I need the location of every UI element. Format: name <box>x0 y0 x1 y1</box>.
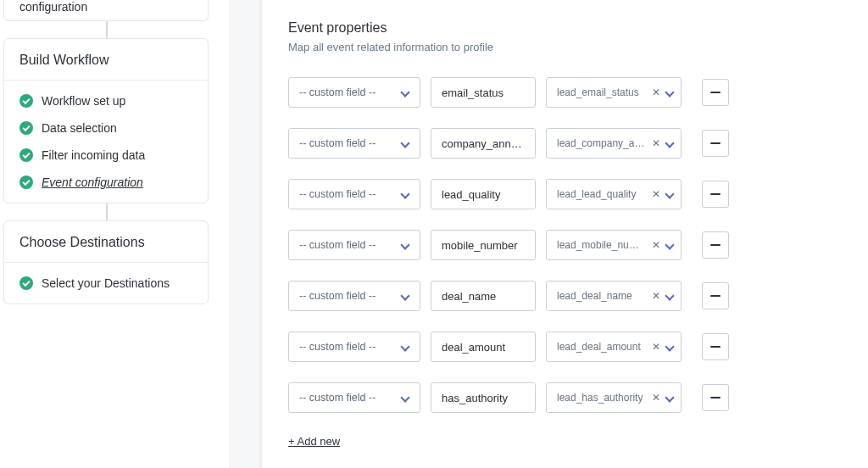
chevron-down-icon <box>665 393 674 402</box>
custom-field-select[interactable]: -- custom field -- <box>288 230 420 260</box>
mapping-row: -- custom field -- lead_deal_name ✕ <box>288 281 851 311</box>
remove-row-button[interactable] <box>702 181 729 208</box>
clear-icon[interactable]: ✕ <box>652 189 660 199</box>
target-field-select[interactable]: lead_email_status ✕ <box>546 77 682 108</box>
value-input[interactable] <box>431 382 536 413</box>
step-select-destinations[interactable]: Select your Destinations <box>4 270 208 297</box>
clear-icon[interactable]: ✕ <box>652 240 660 250</box>
value-input[interactable] <box>431 128 536 159</box>
custom-field-label: -- custom field -- <box>299 86 376 98</box>
value-input[interactable] <box>431 281 536 311</box>
chevron-down-icon <box>401 241 409 249</box>
chevron-down-icon <box>401 88 409 97</box>
custom-field-select[interactable]: -- custom field -- <box>288 332 420 362</box>
custom-field-label: -- custom field -- <box>299 239 376 251</box>
chevron-down-icon <box>401 190 409 198</box>
destinations-steps: Select your Destinations <box>4 263 208 304</box>
custom-field-label: -- custom field -- <box>299 188 376 200</box>
remove-row-button[interactable] <box>702 231 729 259</box>
target-field-label: lead_mobile_number <box>557 239 647 251</box>
target-field-select[interactable]: lead_deal_name ✕ <box>546 281 682 311</box>
target-field-select[interactable]: lead_mobile_number ✕ <box>546 230 682 260</box>
remove-row-button[interactable] <box>702 130 729 157</box>
chevron-down-icon <box>401 139 409 148</box>
connector-line <box>106 203 108 220</box>
minus-icon <box>710 346 721 348</box>
step-workflow-setup[interactable]: Workflow set up <box>4 87 208 114</box>
custom-field-label: -- custom field -- <box>299 392 376 404</box>
minus-icon <box>710 193 721 196</box>
remove-row-button[interactable] <box>702 384 729 411</box>
section-subtitle: Map all event related information to pro… <box>288 41 851 53</box>
step-event-configuration[interactable]: Event configuration <box>4 169 208 196</box>
section-title: Event properties <box>288 20 851 36</box>
remove-row-button[interactable] <box>702 79 729 106</box>
chevron-down-icon <box>665 241 674 249</box>
sidebar-card-previous: configuration <box>3 0 209 21</box>
minus-icon <box>710 295 721 298</box>
step-label: Data selection <box>42 121 117 135</box>
build-workflow-title: Build Workflow <box>4 39 208 81</box>
clear-icon[interactable]: ✕ <box>652 342 660 352</box>
chevron-down-icon <box>665 88 674 97</box>
step-filter-incoming[interactable]: Filter incoming data <box>4 142 208 169</box>
mapping-row: -- custom field -- lead_deal_amount ✕ <box>288 332 851 362</box>
minus-icon <box>710 142 721 145</box>
chevron-down-icon <box>665 139 674 148</box>
minus-icon <box>710 92 721 94</box>
target-field-select[interactable]: lead_lead_quality ✕ <box>546 179 682 209</box>
clear-icon[interactable]: ✕ <box>652 87 660 98</box>
side-divider <box>259 0 263 468</box>
sidebar-card-destinations: Choose Destinations Select your Destinat… <box>3 220 209 304</box>
step-data-selection[interactable]: Data selection <box>4 114 208 142</box>
check-icon <box>19 276 33 290</box>
mapping-rows: -- custom field -- lead_email_status ✕ -… <box>288 77 851 413</box>
chevron-down-icon <box>665 343 674 351</box>
build-workflow-steps: Workflow set up Data selection Filter in… <box>4 81 208 203</box>
custom-field-select[interactable]: -- custom field -- <box>288 128 420 159</box>
custom-field-select[interactable]: -- custom field -- <box>288 77 420 108</box>
check-icon <box>19 121 33 135</box>
clear-icon[interactable]: ✕ <box>652 138 660 148</box>
remove-row-button[interactable] <box>702 333 729 360</box>
target-field-select[interactable]: lead_deal_amount ✕ <box>546 332 682 362</box>
step-label: Select your Destinations <box>42 276 170 290</box>
custom-field-label: -- custom field -- <box>299 137 376 149</box>
main-panel: Event properties Map all event related i… <box>288 20 851 448</box>
clear-icon[interactable]: ✕ <box>652 291 660 301</box>
check-icon <box>19 176 33 189</box>
custom-field-label: -- custom field -- <box>299 341 376 353</box>
custom-field-select[interactable]: -- custom field -- <box>288 382 420 413</box>
value-input[interactable] <box>431 179 536 209</box>
minus-icon <box>710 244 721 247</box>
chevron-down-icon <box>665 292 674 300</box>
chevron-down-icon <box>401 292 409 300</box>
mapping-row: -- custom field -- lead_has_authority ✕ <box>288 382 851 413</box>
chevron-down-icon <box>401 393 409 402</box>
value-input[interactable] <box>431 77 536 108</box>
add-new-button[interactable]: + Add new <box>288 435 340 448</box>
target-field-label: lead_has_authority <box>557 392 647 404</box>
target-field-label: lead_lead_quality <box>557 188 647 200</box>
value-input[interactable] <box>431 332 536 362</box>
remove-row-button[interactable] <box>702 282 729 309</box>
minus-icon <box>710 397 721 399</box>
target-field-select[interactable]: lead_has_authority ✕ <box>546 382 682 413</box>
target-field-label: lead_company_annual_... <box>557 137 647 149</box>
target-field-select[interactable]: lead_company_annual_... ✕ <box>546 128 682 159</box>
custom-field-label: -- custom field -- <box>299 290 376 302</box>
mapping-row: -- custom field -- lead_company_annual_.… <box>288 128 851 159</box>
step-label: Workflow set up <box>42 94 125 108</box>
clear-icon[interactable]: ✕ <box>652 393 660 403</box>
chevron-down-icon <box>665 190 674 198</box>
check-icon <box>19 94 33 108</box>
custom-field-select[interactable]: -- custom field -- <box>288 179 420 209</box>
check-icon <box>19 148 33 162</box>
target-field-label: lead_deal_name <box>557 290 647 302</box>
destinations-title: Choose Destinations <box>4 221 208 263</box>
previous-card-last-line: configuration <box>4 0 208 20</box>
chevron-down-icon <box>401 343 409 351</box>
custom-field-select[interactable]: -- custom field -- <box>288 281 420 311</box>
value-input[interactable] <box>431 230 536 260</box>
target-field-label: lead_deal_amount <box>557 341 647 353</box>
